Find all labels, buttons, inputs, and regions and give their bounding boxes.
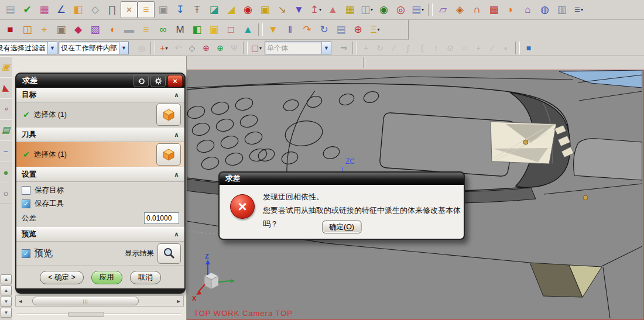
section-target[interactable]: 目标 ∧ — [16, 88, 184, 102]
plates-check-icon[interactable]: ≡ — [138, 21, 155, 38]
yoke-frame-icon[interactable]: ▣ — [256, 1, 273, 18]
examine-geometry-icon[interactable]: ✔ — [19, 1, 36, 18]
insert-stamp-icon[interactable]: ▲ — [324, 1, 341, 18]
ok-button[interactable]: < 确定 > — [40, 271, 84, 284]
collapse-chevron-icon[interactable]: ∧ — [174, 230, 179, 238]
cancel-button[interactable]: 取消 — [130, 271, 161, 284]
dropdown-arrow-icon[interactable]: ▼ — [321, 42, 331, 54]
copy-docs-icon[interactable]: ▥ — [553, 1, 570, 18]
save-target-row[interactable]: ✓ 保存目标 — [16, 184, 184, 197]
subtract-dialog-titlebar[interactable]: 求差 × — [16, 74, 184, 88]
form-window-icon[interactable]: ◫▾ — [358, 1, 375, 18]
dome-cube-icon[interactable]: ◆ — [70, 21, 87, 38]
core-pins-icon[interactable]: ‖ — [282, 21, 299, 38]
scroll-left-icon[interactable]: ◄ — [16, 297, 25, 305]
save-tool-row[interactable]: ✓ 保存工具 — [16, 197, 184, 211]
lifter-icon-dropdown[interactable]: ▾ — [319, 7, 321, 12]
undo-selection-icon[interactable]: ↶ — [171, 41, 185, 55]
form-window-icon-dropdown[interactable]: ▾ — [371, 7, 373, 12]
report-doc-icon[interactable]: ▤▾ — [409, 1, 426, 18]
ejector-post-icon[interactable]: Ŧ — [189, 1, 205, 18]
scrollbar-thumb[interactable]: ||| — [32, 297, 139, 305]
reference-point[interactable] — [583, 195, 588, 200]
trim-body-icon[interactable]: ◪ — [205, 1, 222, 18]
marquee-select-icon-dropdown[interactable]: ▾ — [259, 46, 262, 51]
ghost-cube-icon[interactable]: □ — [222, 21, 239, 38]
save-target-checkbox[interactable]: ✓ — [22, 186, 30, 195]
panel-horizontal-scrollbar[interactable]: ◄ ||| ► — [15, 295, 184, 307]
history-clock-icon[interactable]: ○ — [0, 183, 12, 204]
pattern-layout-icon[interactable]: ▦ — [36, 1, 53, 18]
scroll-up-icon[interactable]: ▲ — [1, 285, 12, 295]
press-base-icon[interactable]: ▲ — [239, 21, 256, 38]
midpoint-snap-icon[interactable]: ∕ — [485, 41, 499, 55]
pan-snap-icon[interactable]: + — [359, 41, 373, 55]
rotate-point-red-icon[interactable]: ⊕ — [199, 41, 213, 55]
confirm-arrow-icon[interactable]: ⇒ — [337, 41, 351, 55]
rotate-point-green-icon[interactable]: ⊕ — [213, 41, 227, 55]
locate-crosshair-icon[interactable]: ⊕ — [350, 21, 366, 38]
intersection-snap-icon[interactable]: + — [471, 41, 485, 55]
scroll-bottom-icon[interactable]: ▼ — [1, 308, 12, 318]
arc-snap-icon[interactable]: ( — [415, 41, 429, 55]
checker-flag-icon[interactable]: ▩ — [485, 1, 502, 18]
reset-icon[interactable] — [133, 75, 149, 87]
lifter-icon[interactable]: ↥▾ — [307, 1, 324, 18]
corner-cube-icon[interactable]: ◧ — [70, 1, 87, 18]
database-sync-icon[interactable]: ◎ — [392, 1, 409, 18]
mold-insert-icon[interactable]: ⌂ — [519, 1, 536, 18]
selection-scope-combo[interactable]: 仅在工作部件内部 ▼ — [59, 42, 129, 54]
filter-gears-icon[interactable]: ◎ — [135, 41, 149, 55]
web-browser-icon[interactable]: ~ — [0, 140, 12, 161]
line-snap-icon[interactable]: ∕ — [387, 41, 401, 55]
history-globe-icon[interactable]: ● — [0, 161, 12, 183]
dropdown-arrow-icon[interactable]: ▼ — [47, 42, 57, 54]
scroll-down-icon[interactable]: ▼ — [1, 297, 12, 307]
region-diamond-icon[interactable]: ◈ — [451, 1, 468, 18]
drill-tool-icon[interactable]: ▼ — [290, 1, 307, 18]
sheet-swoosh-icon[interactable]: ◖ — [104, 21, 121, 38]
runner-arches-icon[interactable]: ∩ — [468, 1, 485, 18]
scroll-right-icon[interactable]: ► — [174, 297, 183, 305]
orient-body-icon[interactable]: ↻ — [316, 21, 333, 38]
side-plate[interactable] — [574, 139, 642, 180]
marquee-select-icon[interactable]: ▢▾ — [249, 41, 263, 55]
tool-select-row[interactable]: ✔ 选择体 (1) — [16, 142, 184, 167]
dimension-tab-icon[interactable]: ∘ — [0, 98, 12, 119]
workpiece-ball-icon[interactable]: ◍ — [536, 1, 553, 18]
apply-button[interactable]: 应用 — [91, 271, 122, 284]
scroll-top-icon[interactable]: ▲ — [1, 274, 12, 284]
sketch-tool-icon[interactable]: ↘ — [273, 1, 290, 18]
reference-point[interactable] — [523, 140, 528, 144]
pattern-cube-icon[interactable]: ▧ — [87, 21, 104, 38]
library-book-icon[interactable]: ▤ — [0, 119, 12, 140]
center-snap-icon[interactable]: ⊙ — [443, 41, 457, 55]
section-settings[interactable]: 设置 ∧ — [16, 167, 184, 182]
preview-checkbox[interactable]: ✓ — [22, 249, 30, 258]
constraint-nav-icon[interactable]: ◣ — [0, 77, 12, 98]
endpoint-snap-icon[interactable]: ↑ — [429, 41, 443, 55]
selection-filter-combo[interactable]: 没有选择过滤器 ▼ — [0, 42, 57, 54]
cavity-window-icon[interactable]: ▣ — [155, 1, 172, 18]
work-cube-icon[interactable]: ■ — [522, 41, 536, 55]
cavity-pocket-icon[interactable]: ▼ — [265, 21, 282, 38]
bolt-icon[interactable]: ↧ — [172, 1, 189, 18]
csys-axes-icon[interactable]: ∠ — [53, 1, 70, 18]
save-tool-checkbox[interactable]: ✓ — [22, 199, 30, 208]
parting-trapezoid-icon[interactable]: ▱ — [434, 1, 451, 18]
close-icon[interactable]: × — [167, 75, 183, 87]
grab-hand-icon[interactable]: Ψ — [227, 41, 241, 55]
gear-icon[interactable] — [150, 75, 166, 87]
point-constructor-icon-dropdown[interactable]: ▾ — [166, 46, 168, 51]
new-part-icon[interactable]: ▤ — [2, 1, 19, 18]
point-constructor-icon[interactable]: +▾ — [157, 41, 171, 55]
structure-tree-icon[interactable]: ≡▾ — [570, 1, 587, 18]
face-snap-icon[interactable]: ◐ — [499, 41, 513, 55]
compare-squares-icon[interactable]: ◧ — [189, 21, 205, 38]
rotate-snap-icon[interactable]: ↻ — [373, 41, 387, 55]
selection-type-combo[interactable]: 单个体 ▼ — [265, 42, 331, 54]
m-region-icon[interactable]: M — [172, 21, 189, 38]
report-doc-icon-dropdown[interactable]: ▾ — [422, 7, 424, 12]
panel-splitter-handle[interactable] — [68, 312, 104, 317]
select-body-button[interactable] — [156, 104, 181, 126]
